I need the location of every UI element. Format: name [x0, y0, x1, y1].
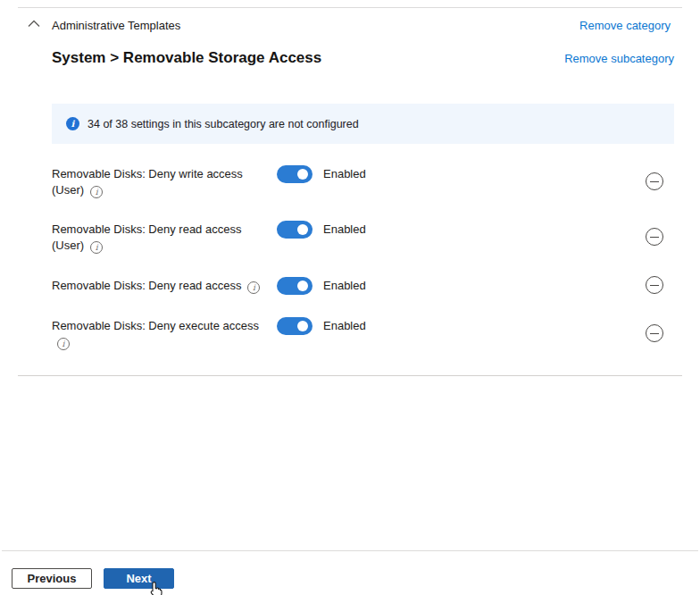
remove-subcategory-link[interactable]: Remove subcategory: [564, 52, 674, 65]
info-banner-text: 34 of 38 settings in this subcategory ar…: [88, 118, 359, 130]
info-tooltip-icon[interactable]: [57, 338, 70, 350]
toggle-knob: [297, 281, 308, 291]
remove-setting-button[interactable]: [646, 172, 663, 190]
setting-toggle[interactable]: [277, 165, 312, 183]
setting-toggle[interactable]: [277, 317, 312, 335]
collapse-section-button[interactable]: [26, 18, 42, 32]
setting-label-line2: (User): [52, 182, 277, 198]
toggle-status-label: Enabled: [323, 167, 366, 180]
setting-toggle[interactable]: [277, 277, 312, 295]
page-title: System > Removable Storage Access: [52, 49, 321, 67]
setting-row: Removable Disks: Deny write access (User…: [0, 166, 700, 202]
setting-label: Removable Disks: Deny write access (User…: [52, 166, 277, 197]
top-divider: [18, 7, 682, 8]
setting-row: Removable Disks: Deny execute access Ena…: [0, 318, 700, 354]
setting-label-line1: Removable Disks: Deny read access: [52, 278, 277, 294]
section-divider: [18, 375, 682, 376]
settings-panel: Administrative Templates Remove category…: [0, 0, 700, 595]
setting-label-line1: Removable Disks: Deny read access: [52, 222, 277, 238]
chevron-up-icon: [27, 19, 41, 32]
setting-row: Removable Disks: Deny read access Enable…: [0, 278, 700, 314]
toggle-knob: [297, 321, 308, 331]
toggle-status-label: Enabled: [323, 319, 366, 332]
setting-label: Removable Disks: Deny read access: [52, 278, 277, 294]
next-button[interactable]: Next: [104, 568, 174, 589]
previous-button[interactable]: Previous: [12, 568, 92, 589]
toggle-status-label: Enabled: [323, 279, 366, 292]
info-tooltip-icon[interactable]: [90, 241, 103, 254]
toggle-status-label: Enabled: [323, 222, 366, 236]
setting-toggle[interactable]: [277, 221, 312, 239]
info-tooltip-icon[interactable]: [90, 186, 103, 198]
toggle-knob: [297, 169, 308, 180]
setting-label: Removable Disks: Deny read access (User): [52, 222, 277, 253]
setting-label-line1: Removable Disks: Deny execute access: [52, 318, 277, 334]
remove-setting-button[interactable]: [646, 324, 663, 342]
info-banner: 34 of 38 settings in this subcategory ar…: [52, 104, 674, 144]
footer-divider: [2, 550, 698, 551]
setting-label-line2: (User): [52, 238, 277, 254]
category-title: Administrative Templates: [52, 19, 180, 32]
remove-setting-button[interactable]: [646, 228, 663, 246]
setting-label-line1: Removable Disks: Deny write access: [52, 166, 277, 182]
info-filled-icon: [66, 117, 79, 130]
setting-row: Removable Disks: Deny read access (User)…: [0, 222, 700, 257]
setting-label-line2: [52, 334, 277, 350]
remove-category-link[interactable]: Remove category: [579, 19, 671, 32]
setting-label: Removable Disks: Deny execute access: [52, 318, 277, 349]
toggle-knob: [297, 224, 308, 235]
remove-setting-button[interactable]: [646, 276, 663, 294]
info-tooltip-icon[interactable]: [247, 281, 260, 294]
